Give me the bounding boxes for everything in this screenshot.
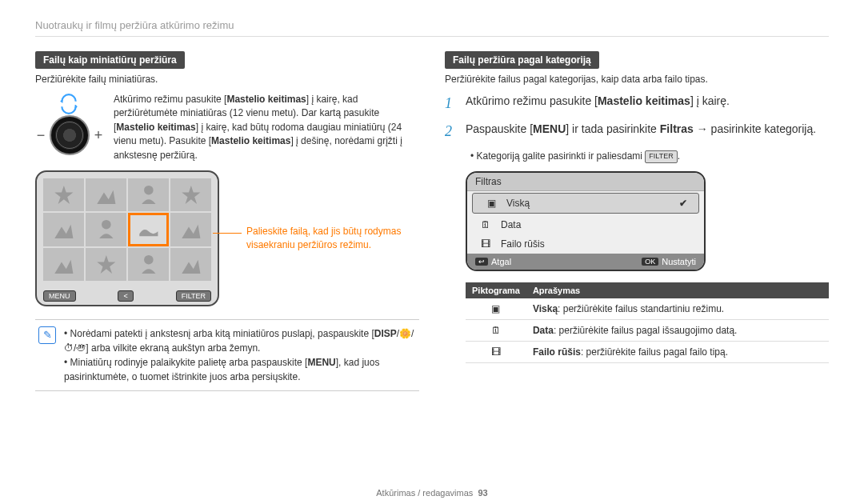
menu-back: ↩Atgal [475, 257, 511, 266]
th-desc: Aprašymas [526, 282, 829, 298]
left-intro: Peržiūrėkite failų miniatiūras. [35, 74, 419, 85]
thumb [128, 178, 169, 211]
row-desc: Failo rūšis: peržiūrėkite failus pagal f… [526, 342, 829, 363]
step-2: Paspauskite [MENU] ir tada pasirinkite F… [466, 121, 829, 142]
left-column: Failų kaip miniatiūrų peržiūra Peržiūrėk… [35, 51, 419, 391]
row-desc: Viską: peržiūrėkite failus standartiniu … [526, 298, 829, 320]
row-icon-date: 🗓 [466, 320, 526, 342]
cam-share-button: < [118, 290, 133, 302]
note-item: Norėdami patekti į ankstesnį arba kitą m… [64, 326, 416, 355]
cam-filter-button: FILTER [176, 290, 211, 302]
right-column: Failų peržiūra pagal kategoriją Peržiūrė… [445, 51, 829, 391]
note-box: ✎ Norėdami patekti į ankstesnį arba kitą… [35, 319, 419, 391]
thumb [170, 213, 211, 246]
sub-bullet: Kategoriją galite pasirinkti ir paliesda… [466, 149, 829, 163]
minus-icon: − [35, 127, 46, 144]
row-desc: Data: peržiūrėkite failus pagal išsaugoj… [526, 320, 829, 342]
calendar-icon: 🗓 [478, 219, 493, 230]
svg-point-1 [102, 220, 111, 230]
note-icon: ✎ [38, 326, 56, 344]
thumb [170, 248, 211, 281]
menu-item-date: 🗓 Data [467, 215, 704, 234]
thumb [43, 178, 84, 211]
th-icon: Piktograma [466, 282, 526, 298]
thumb [170, 178, 211, 211]
all-icon: ▣ [484, 198, 498, 209]
lens-instruction: Atkūrimo režimu pasukite [Mastelio keiti… [114, 93, 419, 162]
step-number: 2 [445, 121, 458, 142]
lens-icon [50, 115, 90, 155]
check-icon: ✔ [679, 198, 687, 209]
note-item: Miniatiūrų rodinyje palaikykite palietę … [64, 355, 416, 384]
thumb [86, 213, 126, 246]
camera-thumbnail-screen: MENU < FILTER [35, 170, 219, 306]
cam-menu-button: MENU [43, 290, 76, 302]
filter-inline-button: FILTER [645, 150, 677, 163]
svg-point-0 [144, 186, 154, 195]
menu-item-all: ▣ Viską ✔ [472, 193, 699, 214]
page-header: Nuotraukų ir filmų peržiūra atkūrimo rež… [35, 19, 829, 37]
thumb [128, 248, 169, 281]
right-intro: Peržiūrėkite failus pagal kategorijas, k… [445, 74, 829, 85]
right-section-title: Failų peržiūra pagal kategoriją [445, 51, 599, 69]
row-icon-all: ▣ [466, 298, 526, 320]
thumb [43, 248, 84, 281]
row-icon-type: 🎞 [466, 342, 526, 363]
thumb [43, 213, 84, 246]
menu-set: OKNustatyti [642, 257, 696, 266]
step-1: Atkūrimo režimu pasukite [Mastelio keiti… [466, 93, 829, 114]
thumb-selected [128, 213, 169, 246]
rotate-arrows-icon [58, 93, 81, 115]
page-footer: Atkūrimas / redagavimas 93 [0, 488, 864, 498]
thumb-callout: Palieskite failą, kad jis būtų rodymas v… [232, 225, 419, 252]
thumb [86, 248, 126, 281]
thumb [86, 178, 126, 211]
filter-menu-device: Filtras ▣ Viską ✔ 🗓 Data 🎞 Failo rūšis ↩… [466, 171, 706, 271]
left-section-title: Failų kaip miniatiūrų peržiūra [35, 51, 185, 69]
step-number: 1 [445, 93, 458, 114]
svg-point-2 [144, 255, 154, 265]
menu-item-type: 🎞 Failo rūšis [467, 234, 704, 254]
film-icon: 🎞 [478, 238, 493, 250]
menu-title: Filtras [467, 173, 704, 191]
description-table: Piktograma Aprašymas ▣ Viską: peržiūrėki… [466, 282, 829, 363]
plus-icon: + [93, 127, 104, 144]
